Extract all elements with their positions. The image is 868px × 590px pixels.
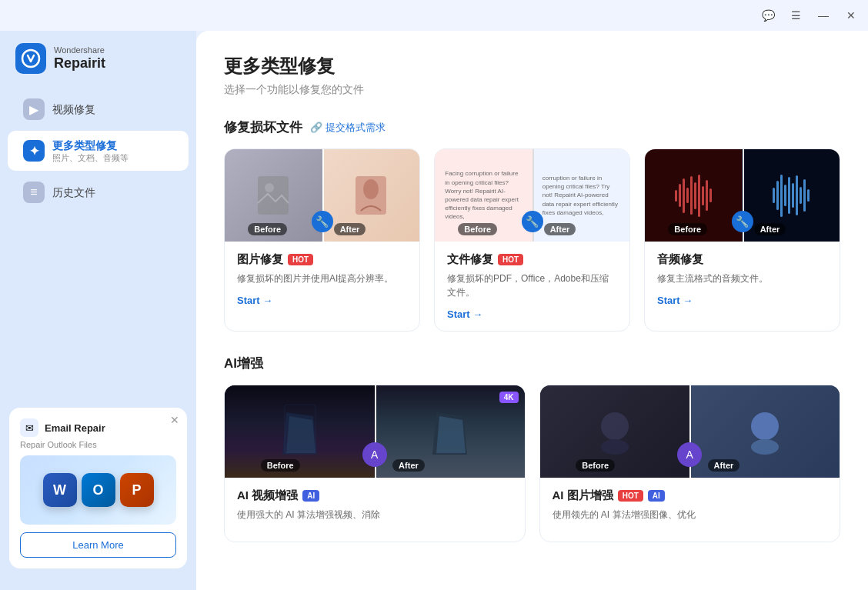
submit-format-link[interactable]: 🔗 提交格式需求 [310,121,386,135]
ai-video-card: A 4K Before After AI 视频增强 AI 使用强大的 AI 算法… [224,385,526,542]
promo-image: W O P [20,455,176,525]
photo-title-row: 图片修复 HOT [237,252,407,267]
close-button[interactable]: ✕ [843,8,859,23]
svg-point-12 [601,412,629,440]
ai-image-overlay-icon: A [677,442,702,467]
ai-image-card-image: A Before After [540,385,840,478]
repair-section-title: 修复损坏文件 [224,118,302,136]
audio-before-label: Before [668,223,707,235]
file-text-fixed: corruption or failure in opening critica… [542,174,619,217]
sidebar-label-history: 历史文件 [52,185,95,199]
file-card-body: 文件修复 HOT 修复损坏的PDF，Office，Adobe和压缩文件。 Sta… [435,242,629,331]
promo-box: ✕ ✉ Email Repair Repair Outlook Files W … [9,408,187,568]
logo-area: Wondershare Repairit [0,43,196,89]
photo-repair-icon-overlay: 🔧 [312,211,333,232]
sidebar-item-video[interactable]: ▶ 视频修复 [8,91,189,128]
ai-image-card-title: AI 图片增强 [553,488,613,503]
email-icon: ✉ [20,418,38,437]
minimize-button[interactable]: — [816,8,831,23]
promo-title-row: ✉ Email Repair [20,418,176,437]
audio-card-title: 音频修复 [657,252,703,267]
svg-point-2 [265,183,274,192]
ai-video-card-title: AI 视频增强 [237,488,298,503]
publisher-icon: P [120,473,154,507]
product-name: Repairit [54,55,105,72]
file-card-image: Facing corruption or failure in opening … [435,149,629,242]
more-nav-icon: ✦ [23,140,45,162]
history-nav-icon: ≡ [23,182,45,203]
ai-image-hot-badge: HOT [618,490,643,502]
audio-card-image: 🔧 Before After [645,149,840,242]
audio-card-desc: 修复主流格式的音频文件。 [657,272,827,285]
logo-text: Wondershare Repairit [54,45,105,72]
menu-button[interactable]: ☰ [788,8,803,23]
ai-video-before-label: Before [261,459,300,472]
ai-section-header: AI增强 [224,355,840,372]
sidebar-item-more[interactable]: ✦ 更多类型修复 照片、文档、音频等 [8,131,189,171]
audio-repair-icon-overlay: 🔧 [732,211,753,232]
audio-title-row: 音频修复 [657,252,827,267]
logo-icon [15,43,46,74]
file-hot-badge: HOT [498,254,523,265]
promo-title: Email Repair [45,422,105,434]
ai-video-title-row: AI 视频增强 AI [237,488,512,503]
file-start-link[interactable]: Start → [447,308,617,320]
file-repair-icon-overlay: 🔧 [522,211,543,232]
main-content: 更多类型修复 选择一个功能以修复您的文件 修复损坏文件 🔗 提交格式需求 [196,31,868,590]
app-container: Wondershare Repairit ▶ 视频修复 ✦ 更多类型修复 照片、… [0,31,868,590]
sidebar: Wondershare Repairit ▶ 视频修复 ✦ 更多类型修复 照片、… [0,31,196,590]
ai-video-image: A 4K Before After [225,385,525,478]
svg-point-13 [601,439,629,455]
svg-marker-7 [286,416,315,453]
audio-card-body: 音频修复 修复主流格式的音频文件。 Start → [645,242,840,317]
audio-before-half [645,172,743,218]
page-subtitle: 选择一个功能以修复您的文件 [224,83,840,97]
ai-video-card-body: AI 视频增强 AI 使用强大的 AI 算法增强视频、消除 [225,478,525,542]
photo-card-image: 🔧 Before After [225,149,419,242]
photo-card-desc: 修复损坏的图片并使用AI提高分辨率。 [237,272,407,285]
file-text-corrupted: Facing corruption or failure in opening … [445,169,522,221]
promo-close-button[interactable]: ✕ [170,414,179,426]
ai-image-after-label: After [708,459,740,472]
ai-video-overlay-icon: A [362,442,387,467]
ai-image-card-body: AI 图片增强 HOT AI 使用领先的 AI 算法增强图像、优化 [540,478,840,542]
ai-video-card-desc: 使用强大的 AI 算法增强视频、消除 [237,508,512,522]
svg-point-14 [751,412,779,440]
ai-image-card: A Before After AI 图片增强 HOT AI 使用领先的 AI 算… [539,385,841,542]
audio-after-label: After [754,223,786,235]
ai-image-card-desc: 使用领先的 AI 算法增强图像、优化 [553,508,828,522]
sidebar-item-history[interactable]: ≡ 历史文件 [8,174,189,211]
nav-label-more: 更多类型修复 照片、文档、音频等 [52,138,129,163]
title-bar: 💬 ☰ — ✕ [0,0,868,31]
file-before-label: Before [458,223,497,235]
file-after-label: After [544,223,576,235]
photo-start-link[interactable]: Start → [237,295,407,306]
promo-subtitle: Repair Outlook Files [20,440,176,449]
page-title: 更多类型修复 [224,54,840,78]
ai-image-ai-badge: AI [648,490,665,502]
ai-section-title: AI增强 [224,355,263,372]
photo-card-body: 图片修复 HOT 修复损坏的图片并使用AI提高分辨率。 Start → [225,242,419,317]
feedback-button[interactable]: 💬 [760,8,776,23]
svg-point-0 [22,50,39,67]
ai-image-before-label: Before [576,459,615,472]
learn-more-button[interactable]: Learn More [20,532,176,558]
photo-after-label: After [334,223,366,235]
svg-point-4 [363,179,379,199]
svg-marker-11 [436,416,466,453]
ai-cards-row: A 4K Before After AI 视频增强 AI 使用强大的 AI 算法… [224,385,840,542]
audio-repair-card: 🔧 Before After 音频修复 修复主流格式的音频文件。 Start → [644,148,840,332]
photo-before-label: Before [248,223,287,235]
file-title-row: 文件修复 HOT [447,252,617,267]
4k-badge: 4K [499,392,519,403]
waveform-after [773,172,810,218]
repair-section-header: 修复损坏文件 🔗 提交格式需求 [224,118,840,136]
photo-card-title: 图片修复 [237,252,283,267]
promo-icons: W O P [43,473,154,507]
ai-video-after-label: After [392,459,425,472]
word-icon: W [43,473,77,507]
audio-start-link[interactable]: Start → [657,295,827,306]
outlook-icon: O [82,473,115,507]
ai-image-title-row: AI 图片增强 HOT AI [553,488,828,503]
brand-name: Wondershare [54,45,105,55]
